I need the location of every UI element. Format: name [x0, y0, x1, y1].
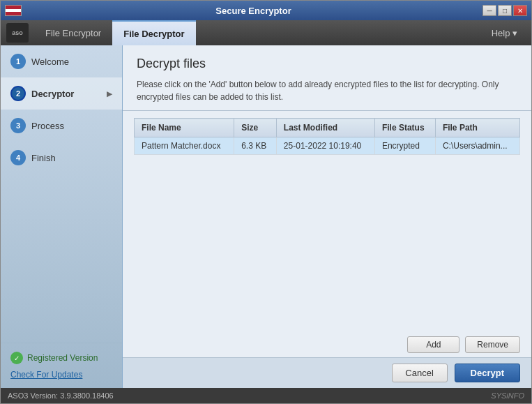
- arrow-icon: ▶: [107, 90, 112, 98]
- step-1-circle: 1: [10, 54, 26, 69]
- flag-icon: [5, 5, 22, 16]
- col-header-path: File Path: [435, 119, 519, 137]
- cell-modified: 25-01-2022 10:19:40: [276, 137, 374, 155]
- tab-file-decryptor[interactable]: File Decryptor: [112, 20, 195, 45]
- cell-size: 6.3 KB: [234, 137, 277, 155]
- content-panel: Decrypt files Please click on the 'Add' …: [123, 45, 531, 388]
- minimize-button[interactable]: ─: [482, 5, 496, 16]
- window-title: Secure Encryptor: [24, 6, 482, 16]
- content-description: Please click on the 'Add' button below t…: [137, 78, 517, 103]
- app-logo: aso: [6, 23, 29, 43]
- check-icon: ✓: [10, 352, 23, 364]
- help-menu[interactable]: Help ▾: [483, 28, 526, 38]
- cell-filename: Pattern Matcher.docx: [135, 137, 234, 155]
- footer: Cancel Decrypt: [123, 357, 531, 388]
- sidebar-decryptor-label: Decryptor: [31, 89, 74, 99]
- col-header-status: File Status: [374, 119, 435, 137]
- main-window: Secure Encryptor ─ □ ✕ aso File Encrypto…: [0, 0, 532, 404]
- cell-path: C:\Users\admin...: [435, 137, 519, 155]
- sidebar-item-process[interactable]: 3 Process: [1, 110, 122, 142]
- step-4-circle: 4: [10, 150, 26, 165]
- sidebar-item-welcome[interactable]: 1 Welcome: [1, 45, 122, 77]
- step-2-circle: 2: [10, 86, 26, 101]
- registered-badge: ✓ Registered Version: [10, 352, 112, 364]
- title-bar: Secure Encryptor ─ □ ✕: [1, 1, 531, 20]
- decrypt-button[interactable]: Decrypt: [455, 364, 520, 382]
- table-row[interactable]: Pattern Matcher.docx 6.3 KB 25-01-2022 1…: [135, 137, 520, 155]
- col-header-modified: Last Modified: [276, 119, 374, 137]
- status-bar: ASO3 Version: 3.9.3800.18406 SYSiNFO: [1, 388, 531, 403]
- col-header-size: Size: [234, 119, 277, 137]
- file-table: File Name Size Last Modified File Status…: [134, 118, 520, 155]
- file-table-area: File Name Size Last Modified File Status…: [123, 111, 531, 332]
- remove-button[interactable]: Remove: [465, 336, 520, 353]
- content-header: Decrypt files Please click on the 'Add' …: [123, 45, 531, 110]
- version-text: ASO3 Version: 3.9.3800.18406: [8, 391, 114, 400]
- cancel-button[interactable]: Cancel: [392, 364, 448, 382]
- maximize-button[interactable]: □: [498, 5, 512, 16]
- cell-status: Encrypted: [374, 137, 435, 155]
- page-title: Decrypt files: [137, 57, 517, 71]
- sidebar-bottom: ✓ Registered Version Check For Updates: [1, 343, 122, 388]
- table-header-row: File Name Size Last Modified File Status…: [135, 119, 520, 137]
- step-3-circle: 3: [10, 118, 26, 133]
- sidebar-item-finish[interactable]: 4 Finish: [1, 142, 122, 174]
- sidebar-item-decryptor[interactable]: 2 Decryptor ▶: [1, 77, 122, 110]
- registered-label: Registered Version: [27, 353, 98, 363]
- add-button[interactable]: Add: [407, 336, 459, 353]
- sidebar-finish-label: Finish: [31, 153, 56, 163]
- sysinfo-logo: SYSiNFO: [491, 391, 524, 400]
- tab-file-encryptor[interactable]: File Encryptor: [34, 20, 112, 45]
- check-updates-link[interactable]: Check For Updates: [10, 370, 112, 380]
- window-controls: ─ □ ✕: [482, 5, 527, 16]
- sidebar-process-label: Process: [31, 121, 64, 131]
- sidebar: 1 Welcome 2 Decryptor ▶ 3 Process 4 Fini…: [1, 45, 123, 388]
- menu-bar: aso File Encryptor File Decryptor Help ▾: [1, 20, 531, 45]
- sidebar-welcome-label: Welcome: [31, 57, 69, 67]
- col-header-name: File Name: [135, 119, 234, 137]
- main-area: 1 Welcome 2 Decryptor ▶ 3 Process 4 Fini…: [1, 45, 531, 388]
- table-actions: Add Remove: [123, 332, 531, 357]
- close-button[interactable]: ✕: [513, 5, 527, 16]
